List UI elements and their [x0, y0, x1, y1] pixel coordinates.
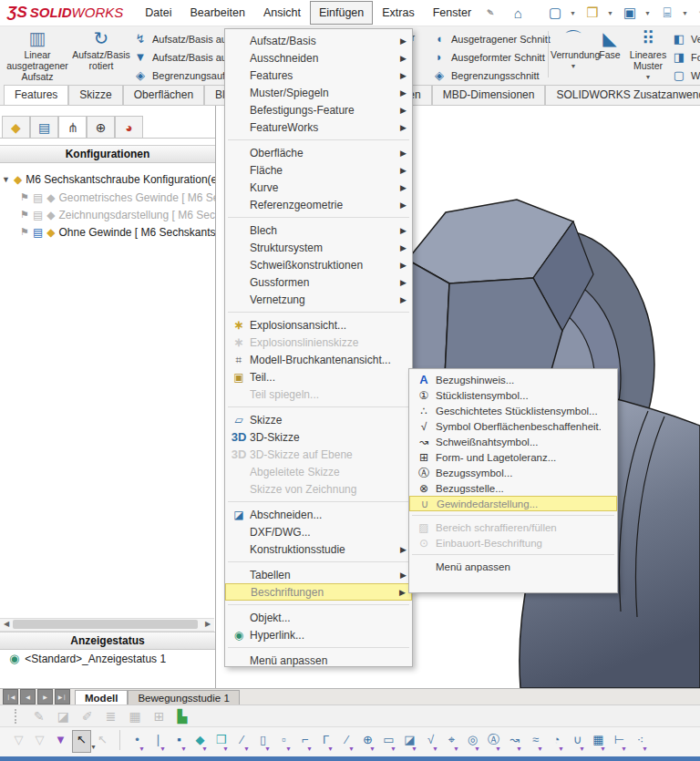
menu-item[interactable]: ▱ Skizze ▶	[225, 411, 412, 428]
study-tab[interactable]: Modell	[75, 690, 128, 705]
scroll-left-icon[interactable]: ◀	[1, 620, 12, 629]
ribbon-small-button[interactable]: ◈ Begrenzungsschnitt	[432, 68, 551, 82]
menu-item[interactable]: Referenzgeometrie ▶	[225, 196, 412, 213]
menu-item[interactable]: ◉ Hyperlink... ▶	[225, 626, 412, 643]
filter-button[interactable]: ↖ ▼ ▼	[72, 730, 91, 753]
menu-item[interactable]: ⌗ Modell-Bruchkantenansicht... ▶	[225, 351, 412, 368]
tab-nav-button[interactable]: ◀	[20, 689, 36, 704]
menu-item[interactable]: ∴ Geschichtetes Stücklistensymbol... ▶	[409, 403, 617, 418]
filter-button[interactable]: ❘ ▼ ▼	[149, 730, 168, 753]
command-tab[interactable]: SOLIDWORKS Zusatzanwendungen	[545, 85, 700, 105]
menu-item[interactable]: ∗ Explosionsansicht... ▶	[225, 316, 412, 334]
filter-button[interactable]: ▽ ▼ ▼	[9, 730, 28, 753]
menubar-item[interactable]: Datei	[136, 1, 180, 25]
filter-button[interactable]: √ ▼ ▼	[421, 730, 440, 753]
command-tab[interactable]: Oberflächen	[123, 85, 204, 105]
configuration-node[interactable]: ⚑ ▤ ◆ Zeichnungsdarstellung [ M6 Sech	[2, 206, 215, 223]
menubar-item[interactable]: Fenster	[424, 1, 480, 25]
menu-item[interactable]: A Bezugshinweis... ▶	[409, 372, 617, 387]
dropdown-caret-icon[interactable]: ▼	[682, 10, 688, 16]
filter-button[interactable]: ∕ ▼ ▼	[337, 730, 356, 753]
filter-button[interactable]: ◎ ▼ ▼	[463, 730, 482, 753]
pin-menubar-icon[interactable]: ✒	[483, 5, 499, 20]
quickbar-button[interactable]: ⌂ ▼	[506, 2, 541, 24]
ribbon-small-button[interactable]: ◨ Formschräge	[672, 50, 700, 64]
menu-item[interactable]: ↝ Schweißnahtsymbol... ▶	[409, 434, 617, 449]
menubar-item[interactable]: Ansicht	[254, 1, 310, 25]
menu-item[interactable]: Oberfläche ▶	[225, 144, 412, 161]
menu-item[interactable]: Konstruktionsstudie ▶	[225, 540, 412, 558]
panel-tab[interactable]: ⋔	[58, 116, 87, 139]
menu-item[interactable]: Fläche ▶	[225, 161, 412, 179]
menu-item[interactable]: Menü anpassen ▶	[409, 559, 617, 574]
menu-item[interactable]: Tabellen ▶	[225, 566, 412, 583]
filter-button[interactable]: ❒ ▼ ▼	[211, 730, 231, 753]
markup-tool-button[interactable]: ◪	[57, 709, 69, 724]
scrollbar-thumb[interactable]	[13, 620, 198, 629]
menu-item[interactable]: Abgeleitete Skizze ▶	[225, 463, 412, 480]
menu-item[interactable]: Beschriftungen ▶	[225, 583, 412, 601]
filter-button[interactable]: ◪ ▼ ▼	[400, 730, 419, 753]
filter-button[interactable]: ⌖ ▼ ▼	[442, 730, 461, 753]
filter-button[interactable]: ⌐ ▼ ▼	[295, 730, 314, 753]
menu-item[interactable]: √ Symbol Oberflächenbeschaffenheit... ▶	[409, 418, 617, 434]
dropdown-caret-icon[interactable]: ▼	[644, 10, 651, 16]
menu-item[interactable]: Skizze von Zeichnung ▶	[225, 480, 412, 498]
filter-button[interactable]: ▫ ▼ ▼	[274, 730, 293, 753]
menu-item[interactable]: Ⓐ Bezugssymbol... ▶	[409, 465, 617, 480]
menu-item[interactable]: Befestigungs-Feature ▶	[225, 101, 412, 118]
menu-item[interactable]: Schweißkonstruktionen ▶	[225, 256, 412, 273]
menu-item[interactable]: Vernetzung ▶	[225, 291, 412, 308]
ribbon-small-button[interactable]: ◧ Verstärkungsrippe	[672, 32, 700, 46]
configuration-node[interactable]: ⚑ ▤ ◆ Ohne Gewinde [ M6 Sechskantsch	[2, 223, 215, 241]
filter-button[interactable]: ▪ ▼ ▼	[170, 730, 189, 753]
filter-button[interactable]: ∪ ▼ ▼	[568, 730, 587, 753]
toolbar-grip[interactable]	[15, 709, 19, 724]
filter-button[interactable]: • ▼ ▼	[128, 730, 147, 753]
ribbon-big-button[interactable]: ▥ Linear ausgetragener Aufsatz ▼	[5, 28, 69, 86]
ribbon-big-button[interactable]: ⠿ Lineares Muster ▼	[623, 28, 673, 83]
menu-item[interactable]: Kurve ▶	[225, 179, 412, 196]
panel-tab[interactable]: ⊕	[87, 116, 115, 139]
menu-item[interactable]: Muster/Spiegeln ▶	[225, 84, 412, 101]
menubar-item[interactable]: Extras	[373, 1, 423, 25]
menu-item[interactable]: 3D 3D-Skizze ▶	[225, 428, 412, 446]
panel-tab[interactable]: ◕	[115, 116, 143, 139]
quickbar-button[interactable]: ↶ ▼	[693, 2, 700, 24]
menu-item[interactable]: Features ▶	[225, 67, 412, 84]
panel-tab[interactable]: ▤	[30, 116, 58, 139]
markup-tool-button[interactable]: ⊞	[154, 709, 165, 724]
dropdown-caret-icon[interactable]: ▼	[607, 10, 613, 16]
tab-nav-button[interactable]: ▶❘	[55, 689, 70, 704]
menu-item[interactable]: ⊙ Einbauort-Beschriftung ▶	[409, 535, 617, 550]
markup-tool-button[interactable]: ▙	[177, 709, 187, 724]
command-tab[interactable]: Skizze	[68, 85, 122, 105]
ribbon-small-button[interactable]: ◖ Ausgetragener Schnitt	[432, 32, 551, 46]
menu-item[interactable]: Objekt... ▶	[225, 609, 412, 626]
filter-button[interactable]: ▦ ▼ ▼	[589, 730, 608, 753]
menu-item[interactable]: ⊗ Bezugsstelle... ▶	[409, 480, 617, 496]
menubar-item[interactable]: Bearbeiten	[180, 1, 253, 25]
tab-nav-button[interactable]: ❘◀	[3, 689, 18, 704]
menu-item[interactable]: ① Stücklistensymbol... ▶	[409, 387, 617, 403]
filter-button[interactable]: ⊢ ▼ ▼	[610, 730, 629, 753]
menu-item[interactable]: 3D 3D-Skizze auf Ebene ▶	[225, 446, 412, 463]
study-tab[interactable]: Bewegungsstudie 1	[128, 690, 239, 705]
menu-item[interactable]: ∗ Explosionslinienskizze ▶	[225, 334, 412, 351]
dropdown-caret-icon[interactable]: ▼	[570, 10, 576, 16]
configuration-root-node[interactable]: ▼ ◆ M6 Sechskantschraube Konfiguration(e…	[2, 170, 215, 189]
menu-item[interactable]: Teil spiegeln... ▶	[225, 386, 412, 403]
quickbar-button[interactable]: ▣ ▼	[618, 2, 654, 24]
filter-button[interactable]: ◆ ▼ ▼	[190, 730, 210, 753]
markup-tool-button[interactable]: ✎	[34, 709, 45, 724]
quickbar-button[interactable]: ❒ ▼	[581, 2, 616, 24]
configuration-node[interactable]: ⚑ ▤ ◆ Geometrisches Gewinde [ M6 Sech	[2, 189, 215, 206]
filter-button[interactable]: ▭ ▼ ▼	[379, 730, 398, 753]
menu-item[interactable]: Gussformen ▶	[225, 273, 412, 291]
ribbon-big-button[interactable]: ◣ Fase ▼	[594, 28, 625, 72]
tab-nav-button[interactable]: ▶	[37, 689, 53, 704]
menu-item[interactable]: Struktursystem ▶	[225, 239, 412, 256]
markup-tool-button[interactable]: ▦	[129, 709, 140, 724]
filter-button[interactable]: ↝ ▼ ▼	[505, 730, 524, 753]
filter-button[interactable]: ≈ ▼ ▼	[526, 730, 545, 753]
